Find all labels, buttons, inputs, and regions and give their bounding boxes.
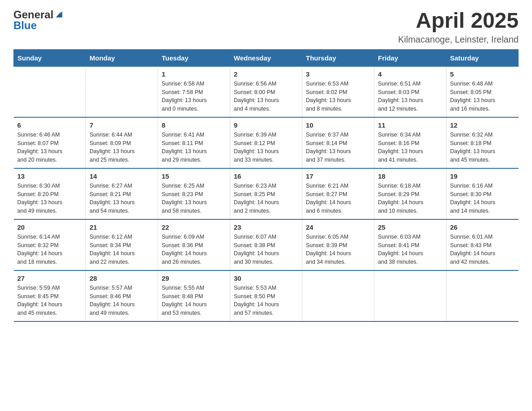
calendar-cell [446,270,519,321]
logo: General Blue [13,9,64,32]
logo-blue: Blue [13,20,64,31]
day-info: Sunrise: 6:39 AMSunset: 8:12 PMDaylight:… [234,131,298,164]
calendar-table: SundayMondayTuesdayWednesdayThursdayFrid… [13,49,519,322]
calendar-cell: 13Sunrise: 6:30 AMSunset: 8:20 PMDayligh… [14,168,86,219]
col-header-monday: Monday [86,49,158,66]
day-info: Sunrise: 6:05 AMSunset: 8:39 PMDaylight:… [306,233,370,266]
day-info: Sunrise: 6:30 AMSunset: 8:20 PMDaylight:… [17,182,82,215]
day-number: 9 [234,121,298,129]
col-header-sunday: Sunday [14,49,86,66]
day-info: Sunrise: 6:37 AMSunset: 8:14 PMDaylight:… [306,131,370,164]
calendar-cell [374,270,446,321]
day-info: Sunrise: 6:48 AMSunset: 8:05 PMDaylight:… [450,80,515,113]
day-number: 7 [90,121,154,129]
day-number: 8 [162,121,226,129]
calendar-week-row: 13Sunrise: 6:30 AMSunset: 8:20 PMDayligh… [14,168,519,219]
day-number: 6 [17,121,82,129]
calendar-cell: 11Sunrise: 6:34 AMSunset: 8:16 PMDayligh… [374,117,446,168]
day-number: 29 [162,274,226,282]
calendar-cell: 22Sunrise: 6:09 AMSunset: 8:36 PMDayligh… [158,219,230,270]
day-number: 12 [450,121,515,129]
day-number: 4 [378,70,442,78]
day-info: Sunrise: 6:25 AMSunset: 8:23 PMDaylight:… [162,182,226,215]
day-number: 18 [378,172,442,180]
day-number: 16 [234,172,298,180]
calendar-cell: 3Sunrise: 6:53 AMSunset: 8:02 PMDaylight… [302,66,374,117]
calendar-cell [86,66,158,117]
day-number: 11 [378,121,442,129]
day-number: 21 [90,223,154,231]
day-info: Sunrise: 5:53 AMSunset: 8:50 PMDaylight:… [234,284,298,317]
day-number: 15 [162,172,226,180]
calendar-cell: 23Sunrise: 6:07 AMSunset: 8:38 PMDayligh… [230,219,302,270]
day-info: Sunrise: 6:21 AMSunset: 8:27 PMDaylight:… [306,182,370,215]
day-info: Sunrise: 6:03 AMSunset: 8:41 PMDaylight:… [378,233,442,266]
day-info: Sunrise: 6:16 AMSunset: 8:30 PMDaylight:… [450,182,515,215]
calendar-cell: 5Sunrise: 6:48 AMSunset: 8:05 PMDaylight… [446,66,519,117]
calendar-week-row: 20Sunrise: 6:14 AMSunset: 8:32 PMDayligh… [14,219,519,270]
day-number: 20 [17,223,82,231]
day-number: 24 [306,223,370,231]
calendar-week-row: 6Sunrise: 6:46 AMSunset: 8:07 PMDaylight… [14,117,519,168]
col-header-wednesday: Wednesday [230,49,302,66]
day-info: Sunrise: 6:32 AMSunset: 8:18 PMDaylight:… [450,131,515,164]
calendar-cell: 2Sunrise: 6:56 AMSunset: 8:00 PMDaylight… [230,66,302,117]
calendar-cell: 17Sunrise: 6:21 AMSunset: 8:27 PMDayligh… [302,168,374,219]
day-number: 2 [234,70,298,78]
calendar-cell: 19Sunrise: 6:16 AMSunset: 8:30 PMDayligh… [446,168,519,219]
calendar-cell: 28Sunrise: 5:57 AMSunset: 8:46 PMDayligh… [86,270,158,321]
day-number: 10 [306,121,370,129]
calendar-week-row: 1Sunrise: 6:58 AMSunset: 7:58 PMDaylight… [14,66,519,117]
day-number: 3 [306,70,370,78]
svg-marker-1 [56,12,60,17]
day-number: 23 [234,223,298,231]
day-info: Sunrise: 6:14 AMSunset: 8:32 PMDaylight:… [17,233,82,266]
calendar-cell: 25Sunrise: 6:03 AMSunset: 8:41 PMDayligh… [374,219,446,270]
calendar-cell: 4Sunrise: 6:51 AMSunset: 8:03 PMDaylight… [374,66,446,117]
subtitle: Kilmacanoge, Leinster, Ireland [398,34,519,45]
day-number: 26 [450,223,515,231]
day-info: Sunrise: 6:27 AMSunset: 8:21 PMDaylight:… [90,182,154,215]
calendar-cell: 10Sunrise: 6:37 AMSunset: 8:14 PMDayligh… [302,117,374,168]
logo-triangle-icon [54,9,64,19]
calendar-cell: 6Sunrise: 6:46 AMSunset: 8:07 PMDaylight… [14,117,86,168]
calendar-cell: 14Sunrise: 6:27 AMSunset: 8:21 PMDayligh… [86,168,158,219]
day-number: 1 [162,70,226,78]
calendar-week-row: 27Sunrise: 5:59 AMSunset: 8:45 PMDayligh… [14,270,519,321]
day-info: Sunrise: 6:18 AMSunset: 8:29 PMDaylight:… [378,182,442,215]
day-info: Sunrise: 5:57 AMSunset: 8:46 PMDaylight:… [90,284,154,317]
calendar-cell: 27Sunrise: 5:59 AMSunset: 8:45 PMDayligh… [14,270,86,321]
calendar-cell: 18Sunrise: 6:18 AMSunset: 8:29 PMDayligh… [374,168,446,219]
calendar-cell: 8Sunrise: 6:41 AMSunset: 8:11 PMDaylight… [158,117,230,168]
col-header-thursday: Thursday [302,49,374,66]
calendar-cell: 1Sunrise: 6:58 AMSunset: 7:58 PMDaylight… [158,66,230,117]
calendar-cell: 7Sunrise: 6:44 AMSunset: 8:09 PMDaylight… [86,117,158,168]
calendar-cell: 9Sunrise: 6:39 AMSunset: 8:12 PMDaylight… [230,117,302,168]
day-number: 14 [90,172,154,180]
day-info: Sunrise: 6:01 AMSunset: 8:43 PMDaylight:… [450,233,515,266]
day-number: 28 [90,274,154,282]
day-info: Sunrise: 6:23 AMSunset: 8:25 PMDaylight:… [234,182,298,215]
day-number: 27 [17,274,82,282]
day-number: 5 [450,70,515,78]
calendar-cell [14,66,86,117]
calendar-cell: 16Sunrise: 6:23 AMSunset: 8:25 PMDayligh… [230,168,302,219]
day-info: Sunrise: 6:58 AMSunset: 7:58 PMDaylight:… [162,80,226,113]
calendar-cell: 15Sunrise: 6:25 AMSunset: 8:23 PMDayligh… [158,168,230,219]
calendar-cell: 21Sunrise: 6:12 AMSunset: 8:34 PMDayligh… [86,219,158,270]
day-info: Sunrise: 6:44 AMSunset: 8:09 PMDaylight:… [90,131,154,164]
day-info: Sunrise: 6:53 AMSunset: 8:02 PMDaylight:… [306,80,370,113]
day-info: Sunrise: 6:07 AMSunset: 8:38 PMDaylight:… [234,233,298,266]
col-header-saturday: Saturday [446,49,519,66]
day-info: Sunrise: 6:34 AMSunset: 8:16 PMDaylight:… [378,131,442,164]
day-info: Sunrise: 6:09 AMSunset: 8:36 PMDaylight:… [162,233,226,266]
day-number: 13 [17,172,82,180]
calendar-cell: 26Sunrise: 6:01 AMSunset: 8:43 PMDayligh… [446,219,519,270]
day-number: 22 [162,223,226,231]
main-title: April 2025 [398,9,519,33]
day-number: 25 [378,223,442,231]
calendar-cell: 29Sunrise: 5:55 AMSunset: 8:48 PMDayligh… [158,270,230,321]
day-info: Sunrise: 5:59 AMSunset: 8:45 PMDaylight:… [17,284,82,317]
calendar-cell [302,270,374,321]
title-block: April 2025 Kilmacanoge, Leinster, Irelan… [398,9,519,45]
